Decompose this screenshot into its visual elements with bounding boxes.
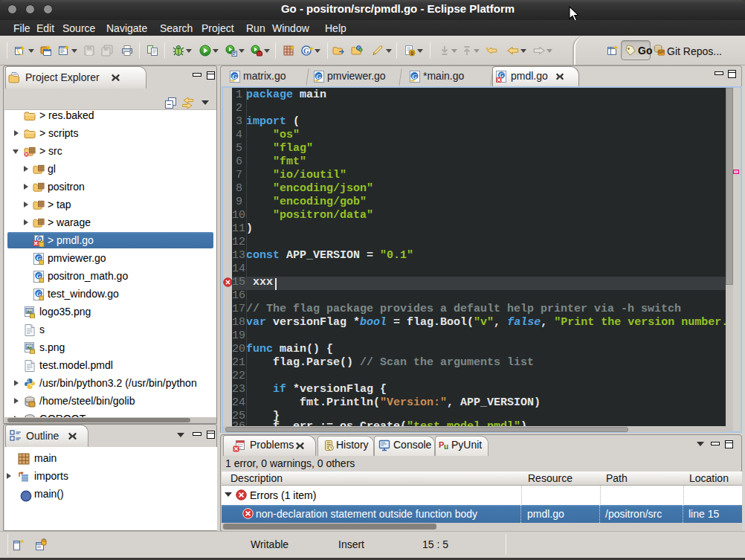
svg-text:G: G bbox=[303, 47, 309, 55]
svg-text:G: G bbox=[232, 73, 237, 80]
svg-text:GIT: GIT bbox=[658, 51, 664, 54]
svg-text:G: G bbox=[412, 73, 417, 80]
svg-text:u: u bbox=[444, 442, 448, 451]
svg-text:G: G bbox=[316, 73, 321, 80]
svg-text:0: 0 bbox=[410, 50, 413, 57]
